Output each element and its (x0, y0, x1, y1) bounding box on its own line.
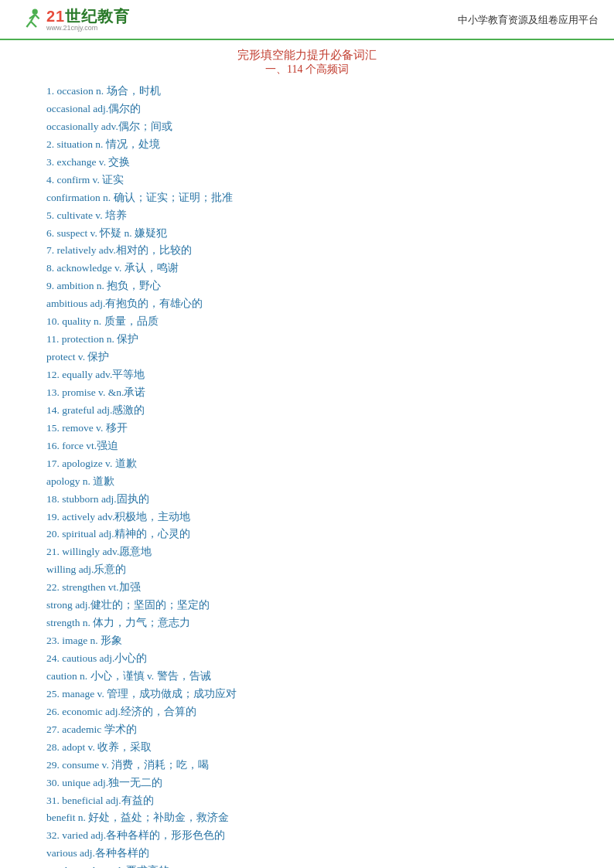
svg-point-0 (32, 9, 38, 15)
word-main-line: 31. beneficial adj.有益的 (46, 792, 568, 810)
word-main-line: 22. strengthen vt.加强 (46, 579, 568, 597)
word-entry: 26. economic adj.经济的，合算的 (46, 703, 568, 721)
platform-label: 中小学教育资源及组卷应用平台 (458, 13, 599, 27)
word-main-line: 5. cultivate v. 培养 (46, 207, 568, 225)
word-entry: 24. cautious adj.小心的caution n. 小心，谨慎 v. … (46, 650, 568, 686)
word-main-line: 3. exchange v. 交换 (46, 154, 568, 172)
word-entry: 23. image n. 形象 (46, 632, 568, 650)
word-main-line: 13. promise v. &n.承诺 (46, 384, 568, 402)
word-main-line: 2. situation n. 情况，处境 (46, 136, 568, 154)
word-main-line: 15. remove v. 移开 (46, 420, 568, 437)
word-entry: 12. equally adv.平等地 (46, 366, 568, 384)
logo-icon (15, 6, 43, 34)
document-title: 完形填空能力提升必备词汇 一、114 个高频词 (46, 48, 568, 77)
word-main-line: 21. willingly adv.愿意地 (46, 543, 568, 561)
word-derivative-line: occasionally adv.偶尔；间或 (46, 118, 568, 136)
word-entry: 18. stubborn adj.固执的 (46, 491, 568, 509)
word-derivative-line: various adj.各种各样的 (46, 845, 568, 863)
logo-text-area: 21世纪教育 www.21cnjy.com (46, 8, 130, 32)
title-line1: 完形填空能力提升必备词汇 (46, 48, 568, 63)
word-entry: 13. promise v. &n.承诺 (46, 384, 568, 402)
word-main-line: 4. confirm v. 证实 (46, 172, 568, 189)
word-derivative-line: willing adj.乐意的 (46, 561, 568, 579)
word-entry: 14. grateful adj.感激的 (46, 402, 568, 420)
word-main-line: 14. grateful adj.感激的 (46, 402, 568, 420)
word-list: 1. occasion n. 场合，时机occasional adj.偶尔的oc… (46, 83, 568, 868)
page-header: 21世纪教育 www.21cnjy.com 中小学教育资源及组卷应用平台 (0, 0, 614, 40)
word-main-line: 16. force vt.强迫 (46, 437, 568, 455)
word-main-line: 17. apologize v. 道歉 (46, 455, 568, 473)
word-entry: 25. manage v. 管理，成功做成；成功应对 (46, 686, 568, 703)
word-derivative-line: benefit n. 好处，益处；补助金，救济金 (46, 809, 568, 827)
word-entry: 17. apologize v. 道歉apology n. 道歉 (46, 455, 568, 491)
word-main-line: 29. consume v. 消费，消耗；吃，喝 (46, 757, 568, 774)
word-main-line: 1. occasion n. 场合，时机 (46, 83, 568, 100)
word-main-line: 9. ambition n. 抱负，野心 (46, 277, 568, 295)
word-main-line: 25. manage v. 管理，成功做成；成功应对 (46, 686, 568, 703)
word-main-line: 26. economic adj.经济的，合算的 (46, 703, 568, 721)
word-entry: 33. demanding adj.要求高的 (46, 863, 568, 868)
word-main-line: 27. academic 学术的 (46, 721, 568, 739)
main-content: 完形填空能力提升必备词汇 一、114 个高频词 1. occasion n. 场… (0, 40, 614, 868)
word-derivative-line: strong adj.健壮的；坚固的；坚定的 (46, 597, 568, 614)
word-entry: 22. strengthen vt.加强strong adj.健壮的；坚固的；坚… (46, 579, 568, 632)
word-entry: 28. adopt v. 收养，采取 (46, 739, 568, 757)
word-entry: 5. cultivate v. 培养 (46, 207, 568, 225)
word-main-line: 19. actively adv.积极地，主动地 (46, 509, 568, 526)
word-main-line: 28. adopt v. 收养，采取 (46, 739, 568, 757)
word-main-line: 23. image n. 形象 (46, 632, 568, 650)
word-main-line: 8. acknowledge v. 承认，鸣谢 (46, 260, 568, 277)
logo-area: 21世纪教育 www.21cnjy.com (15, 6, 130, 34)
svg-line-5 (35, 15, 39, 19)
word-main-line: 10. quality n. 质量，品质 (46, 313, 568, 331)
word-derivative-line: apology n. 道歉 (46, 473, 568, 491)
word-entry: 9. ambition n. 抱负，野心ambitious adj.有抱负的，有… (46, 277, 568, 313)
word-entry: 27. academic 学术的 (46, 721, 568, 739)
word-entry: 20. spiritual adj.精神的，心灵的 (46, 526, 568, 543)
word-entry: 11. protection n. 保护protect v. 保护 (46, 331, 568, 366)
word-derivative-line: caution n. 小心，谨慎 v. 警告，告诫 (46, 668, 568, 686)
word-derivative-line: occasional adj.偶尔的 (46, 100, 568, 118)
word-entry: 31. beneficial adj.有益的benefit n. 好处，益处；补… (46, 792, 568, 828)
word-main-line: 7. relatively adv.相对的，比较的 (46, 242, 568, 260)
word-main-line: 11. protection n. 保护 (46, 331, 568, 349)
word-main-line: 20. spiritual adj.精神的，心灵的 (46, 526, 568, 543)
title-line2: 一、114 个高频词 (46, 63, 568, 77)
word-main-line: 18. stubborn adj.固执的 (46, 491, 568, 509)
word-main-line: 33. demanding adj.要求高的 (46, 863, 568, 868)
word-entry: 21. willingly adv.愿意地willing adj.乐意的 (46, 543, 568, 579)
logo-url: www.21cnjy.com (46, 25, 130, 32)
word-derivative-line: strength n. 体力，力气；意志力 (46, 614, 568, 632)
svg-line-2 (26, 22, 30, 27)
word-entry: 4. confirm v. 证实confirmation n. 确认；证实；证明… (46, 172, 568, 207)
word-main-line: 30. unique adj.独一无二的 (46, 774, 568, 792)
logo-brand: 21世纪教育 (46, 8, 130, 25)
word-entry: 10. quality n. 质量，品质 (46, 313, 568, 331)
word-entry: 32. varied adj.各种各样的，形形色色的various adj.各种… (46, 827, 568, 863)
word-entry: 19. actively adv.积极地，主动地 (46, 509, 568, 526)
word-main-line: 32. varied adj.各种各样的，形形色色的 (46, 827, 568, 845)
word-entry: 1. occasion n. 场合，时机occasional adj.偶尔的oc… (46, 83, 568, 136)
word-entry: 8. acknowledge v. 承认，鸣谢 (46, 260, 568, 277)
word-entry: 16. force vt.强迫 (46, 437, 568, 455)
word-entry: 30. unique adj.独一无二的 (46, 774, 568, 792)
word-main-line: 6. suspect v. 怀疑 n. 嫌疑犯 (46, 225, 568, 243)
word-entry: 2. situation n. 情况，处境 (46, 136, 568, 154)
word-main-line: 24. cautious adj.小心的 (46, 650, 568, 668)
word-entry: 3. exchange v. 交换 (46, 154, 568, 172)
word-derivative-line: confirmation n. 确认；证实；证明；批准 (46, 189, 568, 207)
word-derivative-line: protect v. 保护 (46, 349, 568, 366)
word-entry: 29. consume v. 消费，消耗；吃，喝 (46, 757, 568, 774)
word-entry: 7. relatively adv.相对的，比较的 (46, 242, 568, 260)
word-derivative-line: ambitious adj.有抱负的，有雄心的 (46, 295, 568, 313)
word-entry: 6. suspect v. 怀疑 n. 嫌疑犯 (46, 225, 568, 243)
svg-line-3 (31, 22, 36, 27)
word-main-line: 12. equally adv.平等地 (46, 366, 568, 384)
word-entry: 15. remove v. 移开 (46, 420, 568, 437)
